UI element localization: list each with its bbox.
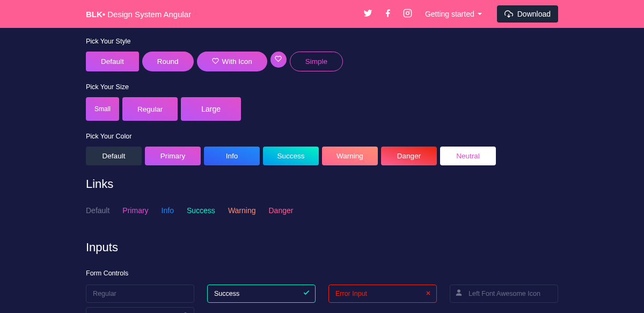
link-success[interactable]: Success [187,206,215,215]
svg-point-2 [409,10,410,11]
style-icon-only-button[interactable] [270,52,287,68]
pick-style-label: Pick Your Style [86,38,558,45]
links-heading: Links [86,177,558,191]
svg-point-1 [406,11,409,14]
chevron-down-icon [478,13,482,15]
heart-icon [212,57,219,66]
color-danger-button[interactable]: Danger [381,147,437,165]
facebook-icon[interactable] [383,9,392,20]
color-warning-button[interactable]: Warning [322,147,378,165]
size-small-button[interactable]: Small [86,97,119,121]
success-input[interactable] [207,285,316,303]
color-neutral-button[interactable]: Neutral [440,147,496,165]
regular-input[interactable] [86,285,194,303]
x-icon [425,289,431,299]
cloud-download-icon [504,10,513,18]
color-info-button[interactable]: Info [204,147,260,165]
user-icon [455,289,463,299]
svg-rect-0 [404,9,411,17]
style-with-icon-button[interactable]: With Icon [197,52,267,71]
error-input[interactable] [328,285,437,303]
pick-color-label: Pick Your Color [86,133,558,140]
link-default[interactable]: Default [86,206,109,215]
link-danger[interactable]: Danger [269,206,294,215]
right-icon-input[interactable] [86,307,194,313]
style-round-button[interactable]: Round [142,52,194,71]
download-button[interactable]: Download [497,5,558,23]
link-primary[interactable]: Primary [122,206,148,215]
color-success-button[interactable]: Success [263,147,319,165]
inputs-heading: Inputs [86,241,558,254]
getting-started-link[interactable]: Getting started [425,10,482,18]
style-simple-button[interactable]: Simple [290,52,343,71]
form-controls-label: Form Controls [86,270,558,277]
left-icon-input[interactable] [450,285,558,303]
link-warning[interactable]: Warning [228,206,256,215]
color-default-button[interactable]: Default [86,147,142,165]
check-icon [303,289,310,299]
instagram-icon[interactable] [403,9,412,20]
style-default-button[interactable]: Default [86,52,139,71]
brand[interactable]: BLK• Design System Angular [86,10,191,19]
heart-icon [275,55,282,64]
size-regular-button[interactable]: Regular [122,97,178,121]
color-primary-button[interactable]: Primary [145,147,201,165]
pick-size-label: Pick Your Size [86,83,558,91]
size-large-button[interactable]: Large [181,97,241,121]
link-info[interactable]: Info [162,206,174,215]
twitter-icon[interactable] [363,9,372,20]
